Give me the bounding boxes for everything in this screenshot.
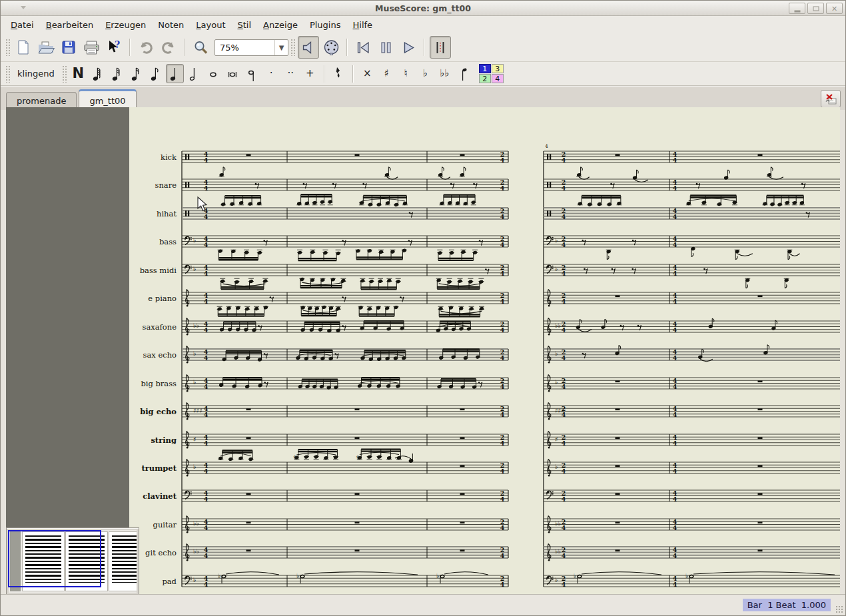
duration-whole[interactable] [205,64,222,83]
staff-big-brass[interactable]: big brass♭4424♭2444 [141,375,840,392]
window-menu-icon[interactable] [21,6,26,9]
voice-button-3[interactable]: 3 [492,64,504,73]
midi-icon[interactable] [320,36,342,59]
playback-position: Bar 1 Beat 1.000 [743,599,831,611]
staff-hihat[interactable]: hihat44242444 [157,194,840,220]
svg-text:4: 4 [204,354,209,362]
double-augmentation-dot[interactable]: ·· [282,64,300,83]
svg-text:4: 4 [673,298,677,305]
staff-clavinet[interactable]: clavinet44242444 [143,489,840,503]
staff-guitar[interactable]: guitar♭♭4424♭♭2444 [153,516,840,533]
toolbar-drag-handle[interactable] [290,39,295,56]
flip-direction-button[interactable] [455,64,473,83]
maximize-button[interactable] [807,3,824,14]
navigator-panel[interactable] [6,527,139,595]
new-icon[interactable] [13,36,34,59]
whats-this-icon[interactable]: ? [103,36,125,59]
application-window: MuseScore: gm_tt00 ✕ DateiBearbeitenErze… [0,0,846,616]
toolbar-drag-handle[interactable] [5,39,10,56]
duration-quarter[interactable] [166,64,184,83]
pause-icon[interactable] [375,36,396,59]
svg-text:4: 4 [673,354,677,362]
staff-trumpet[interactable]: trumpet♭4424♯♯♭2444 [141,450,840,477]
duration-32nd[interactable] [108,64,126,83]
staff-string[interactable]: string♯4424♯2444 [151,432,840,449]
note-input-button[interactable]: N [69,64,87,83]
toolbar-drag-handle[interactable] [5,65,10,83]
staff-git-echo[interactable]: git echo♭♭4424♭♭2444 [145,544,840,561]
speaker-icon[interactable] [298,36,319,59]
voice-button-1[interactable]: 1 [479,64,491,73]
open-icon[interactable] [35,36,57,59]
staff-snare[interactable]: snare44242444 [155,167,840,192]
voice-button-2[interactable]: 2 [479,74,491,83]
staff-saxafone[interactable]: saxafone♭♭4424♭♭2444 [143,318,841,336]
rewind-icon[interactable] [352,36,374,59]
magnifier-icon[interactable] [190,36,211,59]
svg-text:♯: ♯ [555,436,558,443]
menu-stil[interactable]: Stil [231,18,257,32]
svg-text:4: 4 [673,326,677,334]
menu-hilfe[interactable]: Hilfe [347,18,379,32]
close-score-icon[interactable] [821,90,841,108]
duration-breve[interactable] [224,64,242,83]
rest-button[interactable] [330,64,348,83]
undo-icon[interactable] [135,36,157,59]
duration-16th[interactable] [127,64,145,83]
menu-plugins[interactable]: Plugins [304,18,347,32]
concert-pitch-button[interactable]: klingend [12,67,60,80]
svg-text:4: 4 [500,184,505,192]
menu-layout[interactable]: Layout [190,18,231,32]
staff-bass-midi[interactable]: bass midi♭4424♭2444 [140,264,840,290]
svg-text:♭: ♭ [193,378,196,386]
svg-text:♭: ♭ [555,350,558,357]
duration-8th[interactable] [147,64,165,83]
resize-grip[interactable] [835,605,843,613]
staff-kick[interactable]: kick44242444 [161,151,840,164]
navigator-page-3[interactable] [109,531,137,591]
svg-text:4: 4 [500,440,505,447]
flat-button[interactable]: ♭ [416,64,434,83]
close-button[interactable]: ✕ [826,3,843,14]
menu-noten[interactable]: Noten [152,18,190,32]
save-icon[interactable] [58,36,79,59]
duration-half[interactable] [185,64,203,83]
chevron-down-icon[interactable]: ▼ [274,40,288,55]
svg-text:4: 4 [204,581,209,588]
play-icon[interactable] [398,36,419,59]
staff-sax-echo[interactable]: sax echo♭4424♭2444 [143,345,840,364]
minimize-button[interactable] [789,3,805,14]
menu-bearbeiten[interactable]: Bearbeiten [40,18,99,32]
voice-button-4[interactable]: 4 [492,74,504,83]
print-icon[interactable] [81,36,102,59]
redo-icon[interactable] [158,36,179,59]
score-svg[interactable]: 4kick44242444snare44242444hihat44242444b… [6,107,840,595]
svg-text:♭: ♭ [218,573,220,579]
menu-anzeige[interactable]: Anzeige [257,18,304,32]
duration-longa[interactable] [243,64,261,83]
staff-bass[interactable]: bass♭4424♭2444 [159,235,840,260]
tie-button[interactable]: + [301,64,319,83]
duration-64th[interactable] [89,64,107,83]
menu-datei[interactable]: Datei [5,18,40,32]
augmentation-dot[interactable]: · [262,64,280,83]
double-flat-button[interactable]: ♭♭ [436,64,454,83]
staff-big-echo[interactable]: big echo♯♯♯4424♯♯♯2444 [140,403,840,420]
staff-pad[interactable]: pad♭4424♭♭♭♭2444♭♭ [162,572,840,588]
svg-text:4: 4 [204,495,209,503]
toolbar-drag-handle[interactable] [62,65,67,83]
tab-promenade[interactable]: promenade [6,92,77,109]
double-sharp-button[interactable]: × [358,64,376,83]
staff-e-piano[interactable]: e piano44242444 [148,290,840,317]
loop-icon[interactable] [430,36,451,59]
svg-text:4: 4 [204,270,209,277]
score-canvas[interactable]: 4kick44242444snare44242444hihat44242444b… [6,107,840,595]
svg-text:♭: ♭ [193,350,196,357]
sharp-button[interactable]: ♯ [378,64,396,83]
menu-erzeugen[interactable]: Erzeugen [99,18,152,32]
navigator-viewport[interactable] [8,530,101,587]
natural-button[interactable]: ♮ [397,64,415,83]
svg-text:4: 4 [204,411,209,418]
title-bar[interactable]: MuseScore: gm_tt00 ✕ [1,1,845,16]
zoom-select[interactable]: 75%▼ [214,39,288,56]
